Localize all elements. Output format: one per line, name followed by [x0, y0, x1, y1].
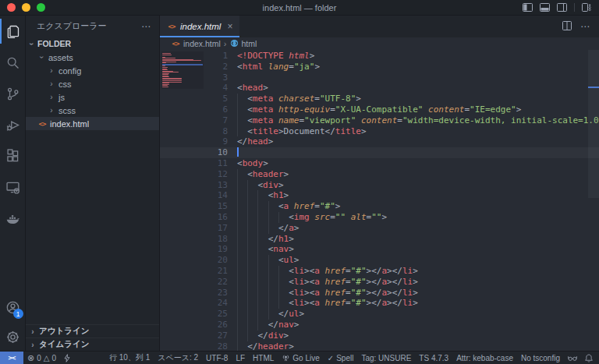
tree-item-scss[interactable]: ›scss	[26, 104, 159, 117]
code-line-24[interactable]: 24<li><a href="#"></a></li>	[160, 298, 599, 309]
code-line-2[interactable]: 2<html lang="ja">	[160, 62, 599, 72]
folder-section-header[interactable]: › FOLDER	[26, 37, 159, 51]
line-content: <li><a href="#"></a></li>	[228, 298, 418, 309]
tag-case-button[interactable]: Tag: UNSURE	[357, 352, 415, 364]
run-debug-icon[interactable]	[0, 109, 26, 140]
remote-indicator-button[interactable]: ><	[0, 352, 23, 364]
line-content: </header>	[228, 341, 294, 351]
code-line-3[interactable]: 3	[160, 72, 599, 83]
line-number: 16	[160, 212, 228, 223]
error-icon: ⊗	[27, 353, 34, 363]
timeline-section-header[interactable]: › タイムライン	[26, 337, 159, 351]
line-number: 25	[160, 309, 228, 320]
feedback-button[interactable]	[564, 352, 581, 364]
split-editor-icon[interactable]	[562, 21, 572, 32]
code-line-19[interactable]: 19<nav>	[160, 244, 599, 255]
tree-item-label: config	[58, 66, 81, 76]
tree-item-index-html[interactable]: <>index.html	[26, 117, 159, 130]
tree-item-config[interactable]: ›config	[26, 64, 159, 77]
explorer-more-actions-icon[interactable]: ⋯	[141, 21, 151, 32]
code-line-15[interactable]: 15<a href="#">	[160, 201, 599, 212]
code-line-16[interactable]: 16<img src="" alt="">	[160, 212, 599, 223]
code-line-1[interactable]: 1<!DOCTYPE html>	[160, 51, 599, 62]
code-line-6[interactable]: 6<meta http-equiv="X-UA-Compatible" cont…	[160, 104, 599, 115]
notifications-button[interactable]	[581, 352, 599, 364]
remote-explorer-icon[interactable]	[0, 171, 26, 203]
html-file-icon: <>	[167, 23, 176, 30]
code-line-8[interactable]: 8<title>Document</title>	[160, 126, 599, 137]
search-icon[interactable]	[0, 47, 26, 78]
minimap[interactable]	[161, 51, 204, 89]
line-number: 19	[160, 244, 228, 255]
explorer-icon[interactable]	[0, 16, 26, 47]
outline-section-header[interactable]: › アウトライン	[26, 324, 159, 337]
code-line-12[interactable]: 12<header>	[160, 169, 599, 180]
html-file-icon: <>	[37, 120, 47, 128]
spell-checker-button[interactable]: ✓ Spell	[324, 352, 358, 364]
attr-case-button[interactable]: Attr: kebab-case	[452, 352, 517, 364]
code-line-10[interactable]: 10	[160, 147, 599, 158]
typescript-version-button[interactable]: TS 4.7.3	[415, 352, 452, 364]
line-content: <meta charset="UTF-8">	[228, 94, 361, 104]
encoding-button[interactable]: UTF-8	[202, 352, 232, 364]
breadcrumb-symbol[interactable]: html	[230, 39, 257, 49]
tab-index-html[interactable]: <> index.html ×	[160, 16, 239, 37]
code-line-13[interactable]: 13<div>	[160, 180, 599, 191]
indentation-button[interactable]: スペース: 2	[154, 352, 202, 364]
code-line-4[interactable]: 4<head>	[160, 83, 599, 94]
problems-button[interactable]: ⊗ 0 △ 0	[23, 352, 60, 364]
check-icon: ✓	[328, 354, 334, 362]
tsconfig-button[interactable]: No tsconfig	[517, 352, 564, 364]
code-line-20[interactable]: 20<ul>	[160, 255, 599, 266]
code-line-22[interactable]: 22<li><a href="#"></a></li>	[160, 277, 599, 288]
tree-item-label: js	[58, 93, 65, 102]
breadcrumb-file[interactable]: <> index.html	[171, 39, 221, 48]
line-content	[228, 147, 239, 158]
settings-gear-icon[interactable]	[0, 323, 26, 351]
editor-scrollbar[interactable]	[588, 50, 599, 198]
code-line-21[interactable]: 21<li><a href="#"></a></li>	[160, 266, 599, 277]
code-line-11[interactable]: 11<body>	[160, 158, 599, 169]
code-line-23[interactable]: 23<li><a href="#"></a></li>	[160, 288, 599, 299]
power-bolt-button[interactable]	[60, 352, 74, 364]
code-line-7[interactable]: 7<meta name="viewport" content="width=de…	[160, 115, 599, 126]
line-number: 18	[160, 234, 228, 245]
zoom-window-button[interactable]	[37, 3, 45, 12]
code-line-14[interactable]: 14<h1>	[160, 190, 599, 201]
line-content: </a>	[228, 223, 299, 234]
source-control-icon[interactable]	[0, 78, 26, 109]
file-tree: ›assets›config›css›js›scss<>index.html	[26, 51, 159, 130]
remote-icon: ><	[9, 354, 16, 362]
code-line-5[interactable]: 5<meta charset="UTF-8">	[160, 94, 599, 104]
editor-more-actions-icon[interactable]: ⋯	[580, 21, 590, 32]
code-editor[interactable]: 1<!DOCTYPE html>2<html lang="ja">34<head…	[160, 50, 599, 351]
go-live-button[interactable]: Go Live	[278, 352, 323, 364]
line-number: 22	[160, 277, 228, 288]
chevron-right-icon: ›	[48, 93, 55, 101]
code-line-25[interactable]: 25</ul>	[160, 309, 599, 320]
minimize-window-button[interactable]	[22, 3, 30, 12]
docker-icon[interactable]	[0, 203, 26, 234]
toggle-primary-sidebar-icon[interactable]	[523, 3, 533, 12]
close-window-button[interactable]	[7, 3, 16, 12]
close-tab-icon[interactable]: ×	[227, 21, 232, 32]
code-line-17[interactable]: 17</a>	[160, 223, 599, 234]
code-line-18[interactable]: 18</h1>	[160, 234, 599, 245]
toggle-panel-icon[interactable]	[540, 3, 550, 12]
language-mode-button[interactable]: HTML	[249, 352, 278, 364]
code-line-26[interactable]: 26</nav>	[160, 320, 599, 330]
tree-item-css[interactable]: ›css	[26, 77, 159, 90]
code-line-28[interactable]: 28</header>	[160, 341, 599, 351]
tree-item-js[interactable]: ›js	[26, 90, 159, 104]
toggle-secondary-sidebar-icon[interactable]	[557, 3, 567, 12]
customize-layout-icon[interactable]	[582, 3, 591, 12]
code-line-27[interactable]: 27</div>	[160, 330, 599, 341]
cursor-position-button[interactable]: 行 10、列 1	[105, 352, 154, 364]
eol-button[interactable]: LF	[232, 352, 249, 364]
tree-item-assets[interactable]: ›assets	[26, 51, 159, 64]
chevron-right-icon: ›	[48, 80, 55, 88]
bell-icon	[585, 354, 593, 362]
extensions-icon[interactable]	[0, 140, 26, 171]
code-line-9[interactable]: 9</head>	[160, 136, 599, 147]
accounts-icon[interactable]: 1	[0, 292, 26, 323]
